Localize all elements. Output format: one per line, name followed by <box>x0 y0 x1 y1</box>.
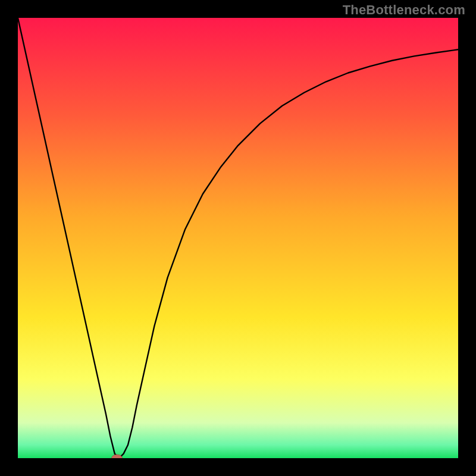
minimum-marker <box>112 455 123 458</box>
plot-area <box>18 18 458 458</box>
bottleneck-curve-path <box>18 18 458 458</box>
chart-frame: TheBottleneck.com <box>0 0 476 476</box>
watermark-text: TheBottleneck.com <box>343 2 465 18</box>
curve-layer <box>18 18 458 458</box>
